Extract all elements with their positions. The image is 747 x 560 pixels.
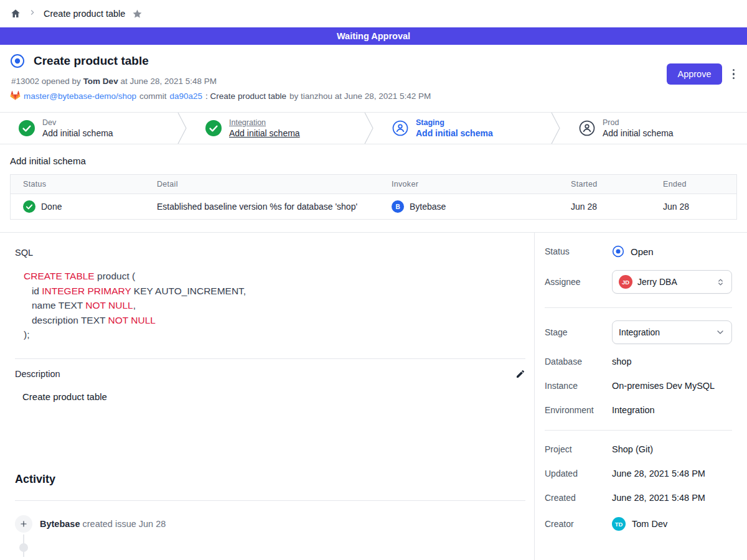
task-done-icon	[23, 200, 35, 213]
page-title: Create product table	[34, 54, 149, 68]
home-icon[interactable]	[10, 8, 21, 19]
task-ended-date: Jun 28	[651, 202, 736, 212]
column-header-invoker: Invoker	[379, 180, 558, 189]
activity-next-dot	[19, 543, 28, 552]
stage-pending-person-icon	[579, 120, 595, 136]
gitlab-icon	[10, 91, 21, 101]
edit-description-pencil-icon[interactable]	[515, 369, 525, 379]
sidebar-row-assignee: Assignee JD Jerry DBA	[545, 270, 732, 294]
project-label: Project	[545, 444, 612, 454]
stage-task-link[interactable]: Add initial schema	[416, 128, 493, 138]
breadcrumb: Create product table	[0, 0, 747, 27]
sidebar-row-created: Created June 28, 2021 5:48 PM	[545, 493, 732, 503]
column-header-ended: Ended	[651, 180, 736, 189]
invoker-avatar: B	[392, 200, 404, 213]
vcs-commit-meta: by tianzhou at June 28, 2021 5:42 PM	[289, 91, 431, 101]
vcs-branch-link[interactable]: master@bytebase-demo/shop	[24, 91, 136, 101]
sidebar-row-instance: Instance On-premises Dev MySQL	[545, 381, 732, 391]
environment-value: Integration	[612, 405, 655, 415]
issue-open-icon	[10, 54, 25, 68]
pipeline-stage-prod[interactable]: Prod Add initial schema	[560, 113, 747, 144]
breadcrumb-page-title: Create product table	[44, 9, 125, 19]
sidebar-row-creator: Creator TD Tom Dev	[545, 517, 732, 531]
status-open-icon	[612, 245, 624, 258]
updown-selector-icon	[716, 278, 725, 287]
stage-done-icon	[19, 120, 35, 136]
created-value: June 28, 2021 5:48 PM	[612, 493, 705, 503]
sidebar-row-updated: Updated June 28, 2021 5:48 PM	[545, 469, 732, 478]
stage-pending-person-icon	[392, 120, 408, 136]
stage-task-link[interactable]: Add initial schema	[42, 128, 113, 138]
more-actions-button[interactable]	[730, 67, 738, 82]
sql-code-line: description TEXT NOT NULL	[24, 313, 525, 328]
main-column: SQL CREATE TABLE product ( id INTEGER PR…	[0, 233, 534, 560]
task-started-date: Jun 28	[558, 202, 651, 212]
divider	[545, 430, 732, 431]
task-table-row[interactable]: Done Established baseline version %s for…	[11, 194, 736, 219]
sql-code-line: id INTEGER PRIMARY KEY AUTO_INCREMENT,	[24, 284, 525, 299]
stage-value: Integration	[619, 327, 660, 337]
column-header-detail: Detail	[144, 180, 379, 189]
chevron-down-icon	[715, 327, 725, 337]
divider	[15, 358, 525, 359]
task-section: Add initial schema Status Detail Invoker…	[0, 144, 747, 232]
instance-value: On-premises Dev MySQL	[612, 381, 715, 391]
stage-task-link[interactable]: Add initial schema	[603, 128, 674, 138]
sidebar-row-project: Project Shop (Git)	[545, 444, 732, 454]
stage-done-icon	[205, 120, 222, 136]
activity-action: created issue Jun 28	[83, 519, 166, 529]
stage-separator	[364, 113, 374, 144]
stage-separator	[551, 113, 560, 144]
created-label: Created	[545, 493, 612, 503]
sql-code-line: );	[24, 327, 525, 342]
stage-env-label: Dev	[42, 118, 113, 127]
stage-select[interactable]: Integration	[612, 320, 732, 344]
assignee-value: Jerry DBA	[637, 277, 677, 287]
pipeline-stage-dev[interactable]: Dev Add initial schema	[0, 113, 187, 144]
divider	[545, 307, 732, 308]
pipeline-stage-staging[interactable]: Staging Add initial schema	[374, 113, 560, 144]
approve-button[interactable]: Approve	[667, 63, 721, 85]
creator-label: Creator	[545, 519, 612, 529]
sidebar-row-environment: Environment Integration	[545, 405, 732, 415]
sidebar: Status Open Assignee JD Jerry DBA	[534, 233, 747, 560]
status-label: Status	[545, 246, 612, 256]
stage-task-link[interactable]: Add initial schema	[229, 128, 300, 138]
divider	[15, 500, 525, 501]
vcs-info: master@bytebase-demo/shop commit da90a25…	[10, 91, 737, 101]
sql-code-line: name TEXT NOT NULL,	[24, 298, 525, 313]
vcs-commit-link[interactable]: da90a25	[170, 91, 203, 101]
description-content: Create product table	[22, 391, 525, 402]
task-section-heading: Add initial schema	[10, 156, 737, 166]
sql-code-line: CREATE TABLE product (	[24, 269, 525, 284]
activity-plus-icon	[15, 515, 32, 533]
assignee-label: Assignee	[545, 277, 612, 287]
updated-value: June 28, 2021 5:48 PM	[612, 469, 705, 478]
assignee-avatar: JD	[619, 275, 632, 289]
activity-item: Bytebase created issue Jun 28	[15, 515, 525, 533]
pipeline-stage-integration[interactable]: Integration Add initial schema	[187, 113, 374, 144]
sidebar-row-database: Database shop	[545, 357, 732, 366]
column-header-status: Status	[11, 180, 144, 189]
vcs-commit-message: : Create product table	[205, 91, 286, 101]
database-value: shop	[612, 357, 631, 366]
chevron-right-icon	[28, 8, 37, 19]
sql-section-label: SQL	[15, 248, 525, 258]
invoker-name: Bytebase	[410, 202, 446, 212]
environment-label: Environment	[545, 405, 612, 415]
stage-label: Stage	[545, 327, 612, 337]
task-table: Status Detail Invoker Started Ended Done…	[10, 174, 737, 220]
creator-avatar: TD	[612, 517, 626, 531]
status-value: Open	[631, 246, 654, 257]
sql-code-block: CREATE TABLE product ( id INTEGER PRIMAR…	[24, 269, 525, 342]
page: Create product table Waiting Approval Cr…	[0, 0, 747, 560]
database-label: Database	[545, 357, 612, 366]
stage-env-label: Staging	[416, 118, 493, 127]
activity-actor: Bytebase	[40, 519, 80, 529]
pipeline: Dev Add initial schema Integration Add i…	[0, 112, 747, 144]
assignee-select[interactable]: JD Jerry DBA	[612, 270, 732, 294]
activity-heading: Activity	[15, 473, 525, 486]
issue-header: Create product table #13002 opened by To…	[0, 45, 747, 112]
instance-label: Instance	[545, 381, 612, 391]
bookmark-star-icon[interactable]	[132, 9, 143, 19]
